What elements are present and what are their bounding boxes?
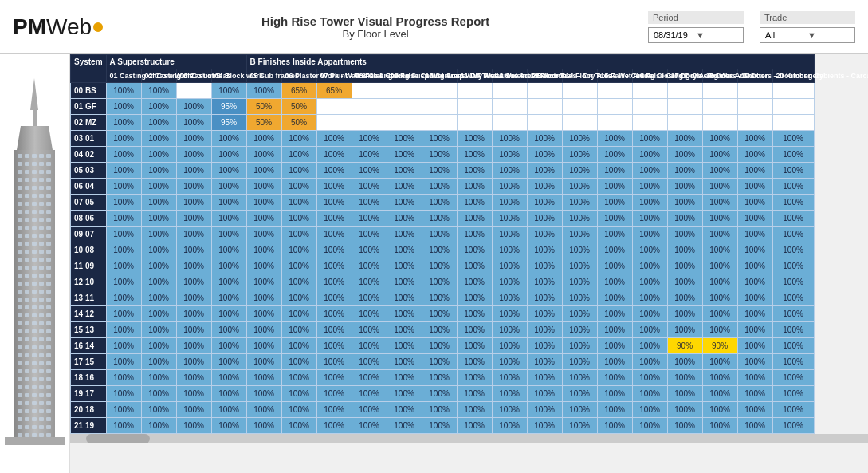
data-cell — [352, 115, 387, 131]
data-cell: 100% — [281, 338, 316, 354]
data-cell: 100% — [457, 131, 492, 147]
data-cell: 100% — [246, 227, 281, 242]
svg-rect-84 — [18, 282, 22, 286]
data-cell: 100% — [246, 338, 281, 354]
svg-rect-166 — [32, 409, 37, 413]
data-cell: 100% — [176, 306, 211, 322]
data-cell: 100% — [772, 354, 814, 370]
data-cell: 100% — [387, 211, 422, 227]
data-cell: 100% — [422, 322, 457, 338]
svg-rect-72 — [39, 258, 44, 262]
level-cell: 12 10 — [71, 274, 107, 290]
period-select[interactable]: 08/31/19 ▼ — [648, 27, 744, 43]
col-18: 18 Doors - Shutter — [702, 69, 737, 83]
data-cell: 100% — [667, 211, 702, 227]
trade-chevron-icon: ▼ — [807, 30, 850, 40]
data-cell: 100% — [106, 306, 141, 322]
svg-rect-118 — [46, 329, 51, 333]
table-row: 00 BS100%100%100%100%65%65% — [71, 83, 815, 99]
svg-rect-102 — [39, 305, 44, 309]
header-controls: Period 08/31/19 ▼ Trade All ▼ — [648, 11, 855, 43]
main-content: System A Superstructure B Finishes Insid… — [0, 54, 868, 473]
data-cell: 100% — [632, 322, 667, 338]
data-cell — [632, 99, 667, 115]
data-cell: 100% — [492, 370, 527, 386]
svg-rect-130 — [25, 353, 29, 357]
data-cell: 100% — [281, 306, 316, 322]
data-cell: 100% — [737, 354, 772, 370]
progress-table-container[interactable]: System A Superstructure B Finishes Insid… — [70, 54, 868, 473]
data-cell — [737, 115, 772, 131]
data-cell — [352, 99, 387, 115]
svg-rect-109 — [18, 321, 22, 325]
table-row: 06 04100%100%100%100%100%100%100%100%100… — [71, 179, 815, 195]
svg-rect-18 — [46, 170, 51, 174]
data-cell: 100% — [387, 418, 422, 434]
data-cell: 100% — [702, 370, 737, 386]
svg-rect-10 — [25, 162, 29, 166]
data-cell: 100% — [737, 258, 772, 274]
data-cell: 100% — [352, 418, 387, 434]
data-cell: 100% — [772, 322, 814, 338]
data-cell: 100% — [737, 163, 772, 179]
data-cell — [457, 99, 492, 115]
data-cell: 100% — [422, 258, 457, 274]
svg-rect-14 — [18, 170, 22, 174]
svg-rect-147 — [39, 377, 44, 381]
data-cell: 100% — [457, 211, 492, 227]
col-19: 19 Doors – Ironmongery — [737, 69, 772, 83]
data-cell: 100% — [772, 179, 814, 195]
data-cell: 100% — [281, 131, 316, 147]
data-cell: 100% — [492, 131, 527, 147]
data-cell: 100% — [457, 179, 492, 195]
data-cell: 100% — [457, 386, 492, 402]
data-cell — [702, 83, 737, 99]
svg-rect-157 — [39, 393, 44, 397]
svg-rect-168 — [46, 409, 51, 413]
svg-rect-183 — [46, 433, 51, 437]
trade-select[interactable]: All ▼ — [760, 27, 855, 43]
svg-rect-13 — [46, 162, 51, 166]
data-cell — [597, 99, 632, 115]
data-cell: 100% — [141, 99, 176, 115]
data-cell: 100% — [106, 163, 141, 179]
data-cell: 100% — [281, 274, 316, 290]
svg-rect-35 — [25, 202, 29, 206]
data-cell — [387, 115, 422, 131]
data-cell: 100% — [667, 274, 702, 290]
data-cell: 100% — [422, 290, 457, 306]
svg-rect-78 — [46, 266, 51, 270]
horizontal-scrollbar[interactable] — [70, 434, 868, 443]
data-cell: 100% — [141, 354, 176, 370]
data-cell: 100% — [632, 370, 667, 386]
level-cell: 03 01 — [71, 131, 107, 147]
data-cell: 100% — [667, 195, 702, 211]
data-cell: 100% — [176, 195, 211, 211]
svg-rect-37 — [39, 202, 44, 206]
data-cell: 100% — [667, 370, 702, 386]
data-cell: 100% — [597, 242, 632, 258]
data-cell: 100% — [457, 418, 492, 434]
data-cell: 100% — [737, 386, 772, 402]
data-cell: 100% — [176, 179, 211, 195]
period-chevron-icon: ▼ — [696, 30, 738, 40]
data-cell: 100% — [562, 386, 597, 402]
data-cell: 100% — [562, 147, 597, 163]
svg-rect-151 — [32, 385, 37, 389]
app-header: PMWeb High Rise Tower Visual Progress Re… — [0, 0, 868, 54]
data-cell: 100% — [562, 306, 597, 322]
data-cell: 100% — [772, 147, 814, 163]
data-cell: 100% — [667, 131, 702, 147]
data-cell: 100% — [667, 179, 702, 195]
col-05: 05 Sub frames — [246, 69, 281, 83]
svg-rect-114 — [18, 329, 22, 333]
svg-rect-43 — [46, 210, 51, 214]
svg-rect-100 — [25, 305, 29, 309]
svg-rect-81 — [32, 274, 37, 278]
svg-rect-7 — [39, 154, 44, 158]
data-cell: 100% — [527, 402, 562, 418]
data-cell: 100% — [281, 386, 316, 402]
data-cell: 100% — [562, 242, 597, 258]
data-cell: 100% — [211, 290, 246, 306]
data-cell: 100% — [457, 163, 492, 179]
